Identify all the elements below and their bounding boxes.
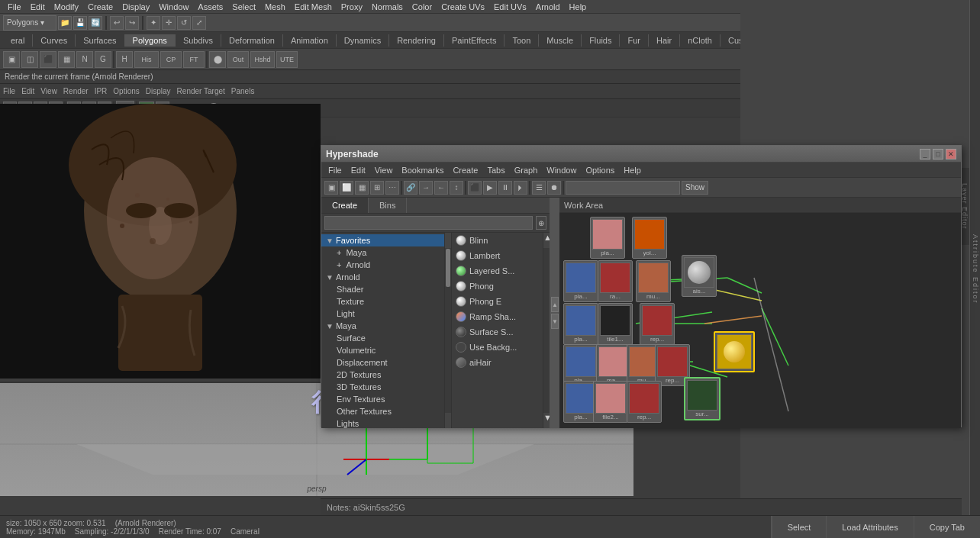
menu-create[interactable]: Create <box>83 2 118 11</box>
menu-proxy[interactable]: Proxy <box>337 2 367 11</box>
shelf-icon-ft[interactable]: FT <box>183 51 205 68</box>
tab-painteffects[interactable]: PaintEffects <box>444 34 505 47</box>
node-mu1[interactable]: mu... <box>636 260 671 302</box>
menu-modify[interactable]: Modify <box>50 2 83 11</box>
shader-ramp[interactable]: Ramp Sha... <box>452 309 543 324</box>
tab-subdivs[interactable]: Subdivs <box>176 34 221 47</box>
render-menu-edit[interactable]: Edit <box>21 87 34 95</box>
hs-tool-10[interactable]: ⬛ <box>468 181 482 195</box>
shelf-icon-sphere[interactable]: ⬤ <box>209 51 226 68</box>
menu-help[interactable]: Help <box>565 2 592 11</box>
hs-tree-scrollbar[interactable] <box>444 233 451 428</box>
hs-menu-file[interactable]: File <box>324 166 346 175</box>
tab-deformation[interactable]: Deformation <box>221 34 283 47</box>
wa-canvas[interactable]: pla... yol... pla... ra... <box>559 213 961 428</box>
shader-lambert[interactable]: Lambert <box>452 248 543 263</box>
hs-tool-4[interactable]: ⊞ <box>370 181 384 195</box>
toolbar-icon-3[interactable]: 🔄 <box>89 16 102 30</box>
render-menu-ipr[interactable]: IPR <box>95 87 108 95</box>
hs-tool-7[interactable]: → <box>419 181 433 195</box>
tab-fluids[interactable]: Fluids <box>582 34 620 47</box>
hs-menu-options[interactable]: Options <box>582 166 618 175</box>
hs-tool-6[interactable]: 🔗 <box>404 181 417 195</box>
tree-3d-textures[interactable]: 3D Textures <box>321 381 444 393</box>
shelf-icon-2[interactable]: ◫ <box>21 51 38 68</box>
toolbar-icon-rot[interactable]: ↺ <box>177 16 191 30</box>
tree-surface[interactable]: Surface <box>321 332 444 344</box>
tab-curves[interactable]: Curves <box>33 34 76 47</box>
node-pla2[interactable]: pla... <box>563 260 598 302</box>
hs-search-scroll[interactable]: ⊕ <box>536 216 546 230</box>
menu-window[interactable]: Window <box>154 2 193 11</box>
hs-div-down[interactable]: ▼ <box>551 314 559 329</box>
node-ais1[interactable]: ais... <box>682 255 717 297</box>
menu-assets[interactable]: Assets <box>193 2 227 11</box>
hs-tool-1[interactable]: ▣ <box>324 181 338 195</box>
tree-lights[interactable]: Lights <box>321 417 444 428</box>
render-menu-file[interactable]: File <box>3 87 15 95</box>
hs-search-field[interactable] <box>566 181 680 195</box>
node-tile1[interactable]: tile1... <box>598 303 633 345</box>
menu-mesh[interactable]: Mesh <box>260 2 290 11</box>
menu-normals[interactable]: Normals <box>367 2 408 11</box>
tab-eral[interactable]: eral <box>3 34 33 47</box>
shader-blinn[interactable]: Blinn <box>452 233 543 248</box>
hs-search-input[interactable] <box>324 216 533 230</box>
hs-menu-graph[interactable]: Graph <box>511 166 542 175</box>
tab-toon[interactable]: Toon <box>505 34 539 47</box>
menu-color[interactable]: Color <box>408 2 437 11</box>
tree-arnold[interactable]: ▼ Arnold <box>321 271 444 283</box>
tree-volumetric[interactable]: Volumetric <box>321 344 444 356</box>
hs-menu-bookmarks[interactable]: Bookmarks <box>398 166 447 175</box>
shader-scroll-down[interactable]: ▼ <box>543 413 550 428</box>
tab-ncloth[interactable]: nCloth <box>680 34 720 47</box>
node-pla1[interactable]: pla... <box>590 217 625 259</box>
shelf-icon-6[interactable]: G <box>95 51 111 68</box>
shelf-icon-1[interactable]: ▣ <box>3 51 20 68</box>
tree-other-textures[interactable]: Notes: aiSkin5ss25G Other Textures <box>321 405 444 417</box>
node-ra1[interactable]: ra... <box>598 260 633 302</box>
toolbar-icon-2[interactable]: 💾 <box>73 16 87 30</box>
render-menu-display[interactable]: Display <box>146 87 171 95</box>
tab-muscle[interactable]: Muscle <box>539 34 582 47</box>
node-pla4[interactable]: pla... <box>563 344 598 386</box>
shader-surface[interactable]: Surface S... <box>452 324 543 340</box>
node-rep3[interactable]: rep... <box>627 381 662 423</box>
hs-menu-create[interactable]: Create <box>449 166 482 175</box>
select-button[interactable]: Select <box>772 516 827 538</box>
hs-maximize-btn[interactable]: □ <box>933 149 943 159</box>
tab-hair[interactable]: Hair <box>649 34 680 47</box>
hs-tool-12[interactable]: ⏸ <box>498 181 512 195</box>
tree-shader[interactable]: Shader <box>321 283 444 295</box>
toolbar-icon-scale[interactable]: ⤢ <box>192 16 206 30</box>
hs-tool-3[interactable]: ▦ <box>355 181 369 195</box>
tab-fur[interactable]: Fur <box>620 34 649 47</box>
hs-tool-9[interactable]: ↕ <box>450 181 463 195</box>
hs-menu-tabs[interactable]: Tabs <box>483 166 508 175</box>
hs-minimize-btn[interactable]: _ <box>920 149 930 159</box>
toolbar-icon-5[interactable]: ↪ <box>125 16 139 30</box>
hs-tool-5[interactable]: ⋯ <box>385 181 399 195</box>
node-sur1[interactable]: sur... <box>684 377 720 420</box>
toolbar-icon-4[interactable]: ↩ <box>110 16 124 30</box>
render-menu-render[interactable]: Render <box>63 87 89 95</box>
shader-layered[interactable]: Layered S... <box>452 263 543 279</box>
hs-tool-15[interactable]: ⏺ <box>547 181 561 195</box>
hs-show-btn[interactable]: Show <box>682 181 708 195</box>
copy-tab-button[interactable]: Copy Tab <box>914 516 980 538</box>
menu-select[interactable]: Select <box>227 2 260 11</box>
node-rep1[interactable]: rep... <box>640 303 675 345</box>
hs-menu-edit[interactable]: Edit <box>347 166 369 175</box>
load-attributes-button[interactable]: Load Attributes <box>826 516 913 538</box>
shader-scroll-up[interactable]: ▲ <box>543 233 550 248</box>
hs-div-up[interactable]: ▲ <box>551 297 559 312</box>
menu-create-uvs[interactable]: Create UVs <box>437 2 489 11</box>
tab-polygons[interactable]: Polygons <box>125 34 176 47</box>
shelf-icon-ute[interactable]: UTE <box>276 51 298 68</box>
render-menu-rendertarget[interactable]: Render Target <box>177 87 225 95</box>
tab-surfaces[interactable]: Surfaces <box>76 34 124 47</box>
shelf-icon-cp[interactable]: CP <box>160 51 182 68</box>
menu-arnold[interactable]: Arnold <box>531 2 565 11</box>
node-pla3[interactable]: pla... <box>563 303 598 345</box>
menu-file[interactable]: File <box>3 2 26 11</box>
